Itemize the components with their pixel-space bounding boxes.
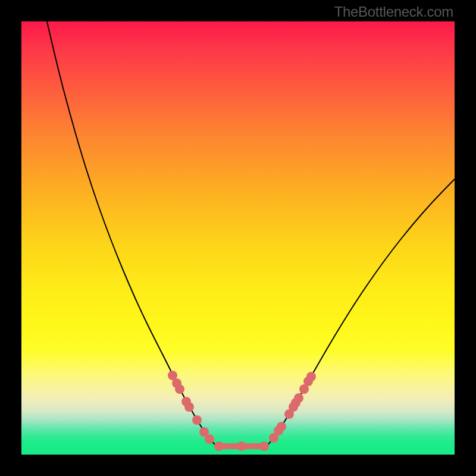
marker-left-2 bbox=[175, 384, 184, 394]
marker-right-9 bbox=[306, 372, 316, 381]
marker-right-2 bbox=[277, 422, 286, 431]
marker-left-5 bbox=[192, 415, 202, 425]
marker-right-6 bbox=[294, 393, 303, 403]
marker-left-7 bbox=[205, 434, 214, 444]
marker-bottom-1 bbox=[237, 441, 246, 451]
outer-frame: TheBottleneck.com bbox=[0, 0, 476, 476]
attribution-label: TheBottleneck.com bbox=[334, 4, 453, 20]
marker-left-4 bbox=[184, 402, 194, 412]
markers-group bbox=[168, 371, 316, 451]
chart-overlay bbox=[21, 21, 455, 455]
plot-area bbox=[21, 21, 455, 455]
curve-left-branch bbox=[46, 21, 268, 446]
marker-bottom-2 bbox=[259, 441, 269, 451]
marker-bottom-0 bbox=[214, 441, 224, 451]
